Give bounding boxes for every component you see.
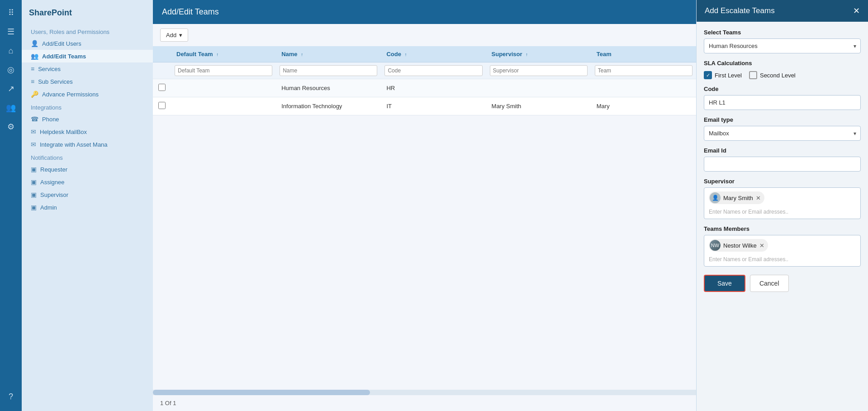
sidebar-item-integrate-asset[interactable]: ✉ Integrate with Asset Mana [22, 138, 153, 151]
first-level-checkbox[interactable]: ✓ [704, 71, 712, 79]
code-input[interactable] [704, 95, 861, 110]
sidebar-item-sub-services[interactable]: ≡ Sub Services [22, 75, 153, 88]
sort-name-icon: ↑ [301, 52, 303, 57]
settings-icon[interactable]: ⚙ [2, 118, 20, 136]
members-group: Teams Members NW Nestor Wilke ✕ Enter Na… [704, 225, 861, 267]
row1-checkbox-cell[interactable] [153, 79, 171, 97]
sidebar-item-services[interactable]: ≡ Services [22, 62, 153, 75]
grid-icon[interactable]: ⠿ [2, 4, 20, 22]
supervisor-avatar: 👤 [710, 192, 721, 203]
sidebar-item-label: Sub Services [38, 78, 73, 85]
col-team-header: Team [591, 46, 696, 62]
filter-code-cell[interactable] [381, 62, 486, 79]
admin-icon: ▣ [31, 204, 37, 211]
table-container: Default Team ↑ Name ↑ Code ↑ Superviso [153, 46, 696, 390]
filter-checkbox-cell [153, 62, 171, 79]
phone-icon: ☎ [31, 115, 38, 123]
brand-name: SharePoint [29, 8, 72, 18]
sidebar-item-label: Requester [40, 166, 67, 173]
mailbox-icon: ✉ [31, 128, 36, 135]
second-level-label: Second Level [760, 72, 796, 79]
email-id-input[interactable] [704, 157, 861, 172]
row1-team [591, 79, 696, 97]
select-teams-label: Select Teams [704, 29, 861, 36]
row1-checkbox[interactable] [158, 84, 166, 91]
cancel-button-label: Cancel [759, 280, 779, 287]
sidebar-item-label: Helpdesk MailBox [40, 129, 87, 135]
sidebar-item-label: Advance Permissions [42, 91, 99, 98]
select-teams-wrapper: Human Resources Information Technology [704, 38, 861, 53]
row2-checkbox[interactable] [158, 102, 166, 109]
second-level-item: Second Level [749, 71, 796, 79]
menu-icon[interactable]: ☰ [2, 23, 20, 41]
cancel-button[interactable]: Cancel [750, 275, 789, 292]
sidebar-item-assignee[interactable]: ▣ Assignee [22, 176, 153, 188]
sidebar-item-label: Add/Edit Users [42, 40, 81, 47]
member-remove-button[interactable]: ✕ [759, 243, 764, 249]
filter-name-cell[interactable] [276, 62, 381, 79]
filter-default-team-input[interactable] [175, 65, 272, 76]
second-level-checkbox[interactable] [749, 71, 757, 79]
col-default-team-header[interactable]: Default Team ↑ [171, 46, 276, 62]
search-icon[interactable]: ◎ [2, 61, 20, 79]
col-checkbox-header [153, 46, 171, 62]
add-button[interactable]: Add ▾ [160, 29, 188, 42]
teams-panel-title: Add/Edit Teams [162, 7, 219, 16]
add-dropdown-icon: ▾ [179, 32, 182, 38]
sidebar-item-requester[interactable]: ▣ Requester [22, 163, 153, 176]
filter-team-cell[interactable] [591, 62, 696, 79]
pagination: 1 Of 1 [153, 395, 696, 411]
add-button-label: Add [166, 32, 176, 38]
sidebar-item-admin[interactable]: ▣ Admin [22, 201, 153, 214]
filter-code-input[interactable] [384, 65, 482, 76]
assignee-icon: ▣ [31, 178, 37, 186]
filter-default-team-cell[interactable] [171, 62, 276, 79]
user-icon: 👤 [31, 40, 38, 47]
key-icon: 🔑 [31, 91, 38, 98]
home-icon[interactable]: ⌂ [2, 42, 20, 60]
members-input-area[interactable]: NW Nestor Wilke ✕ Enter Names or Email a… [704, 235, 861, 267]
action-buttons: Save Cancel [704, 275, 861, 292]
sidebar-item-add-edit-users[interactable]: 👤 Add/Edit Users [22, 37, 153, 50]
sidebar-item-label: Supervisor [40, 191, 68, 198]
filter-name-input[interactable] [280, 65, 377, 76]
content-area: Add/Edit Teams Add ▾ Default Team ↑ [153, 0, 868, 411]
email-type-dropdown[interactable]: Mailbox Distribution List [704, 126, 861, 141]
scrollbar-thumb[interactable] [153, 390, 370, 395]
filter-row [153, 62, 696, 79]
section3-label: Notifications [22, 151, 153, 163]
sort-default-team-icon: ↑ [216, 52, 218, 57]
supervisor-label: Supervisor [704, 178, 861, 185]
row2-checkbox-cell[interactable] [153, 97, 171, 115]
sort-code-icon: ↑ [405, 52, 407, 57]
select-teams-dropdown[interactable]: Human Resources Information Technology [704, 38, 861, 53]
horizontal-scrollbar[interactable] [153, 390, 696, 395]
teams-icon: 👥 [31, 53, 38, 60]
code-label: Code [704, 86, 861, 92]
email-type-wrapper: Mailbox Distribution List [704, 126, 861, 141]
col-code-header[interactable]: Code ↑ [381, 46, 486, 62]
help-icon[interactable]: ? [2, 387, 20, 406]
supervisor-name: Mary Smith [723, 195, 753, 201]
sidebar-item-phone[interactable]: ☎ Phone [22, 113, 153, 125]
row2-supervisor: Mary Smith [486, 97, 591, 115]
sidebar-item-advance-permissions[interactable]: 🔑 Advance Permissions [22, 88, 153, 100]
sidebar-item-label: Integrate with Asset Mana [40, 141, 108, 148]
col-supervisor-header[interactable]: Supervisor ↑ [486, 46, 591, 62]
supervisor-input-area[interactable]: 👤 Mary Smith ✕ Enter Names or Email adre… [704, 187, 861, 219]
analytics-icon[interactable]: ↗ [2, 80, 20, 98]
brand-header: SharePoint [22, 5, 153, 25]
users-icon[interactable]: 👥 [2, 99, 20, 117]
filter-team-input[interactable] [595, 65, 693, 76]
supervisor-remove-button[interactable]: ✕ [756, 195, 761, 201]
filter-supervisor-cell[interactable] [486, 62, 591, 79]
col-name-header[interactable]: Name ↑ [276, 46, 381, 62]
filter-supervisor-input[interactable] [490, 65, 588, 76]
sidebar: SharePoint Users, Roles and Permissions … [22, 0, 153, 411]
close-button[interactable]: ✕ [853, 7, 860, 15]
sidebar-item-supervisor[interactable]: ▣ Supervisor [22, 188, 153, 201]
sidebar-item-add-edit-teams[interactable]: 👥 Add/Edit Teams [22, 50, 153, 62]
email-type-group: Email type Mailbox Distribution List [704, 116, 861, 141]
save-button[interactable]: Save [704, 275, 745, 292]
sidebar-item-mailbox[interactable]: ✉ Helpdesk MailBox [22, 125, 153, 138]
